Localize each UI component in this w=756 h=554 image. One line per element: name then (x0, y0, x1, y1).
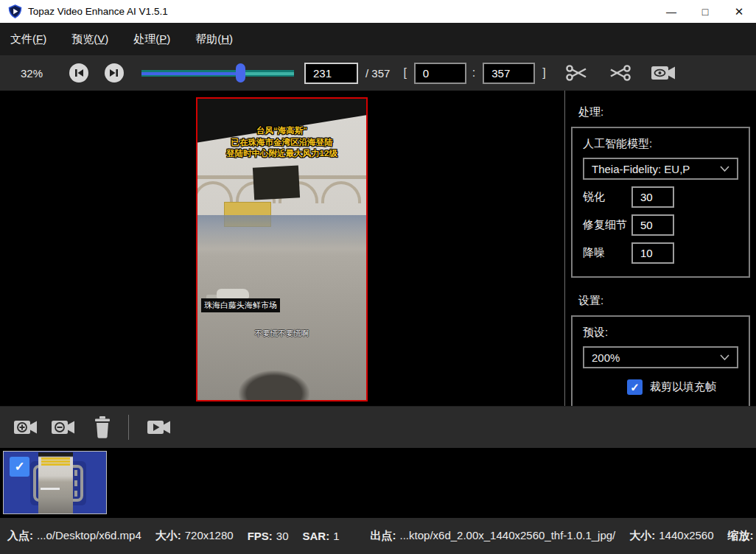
chevron-down-icon (720, 354, 729, 360)
scissors-join-icon (608, 62, 631, 84)
output-path: 出点:...ktop/x6d_2.00x_1440x2560_thf-1.0.1… (371, 529, 616, 543)
crop-to-fill-label: 裁剪以填充帧 (650, 380, 716, 394)
preset-label: 预设: (583, 326, 738, 340)
ai-model-value: Theia-Fidelity: EU,P (592, 163, 720, 175)
video-subtitle: 不要慌不要慌啊 (197, 329, 366, 339)
preview-button[interactable] (651, 63, 676, 83)
thumbnail-strip: ✓ (0, 448, 756, 518)
window-title: Topaz Video Enhance AI V1.5.1 (28, 6, 168, 17)
input-sar: SAR:1 (303, 530, 340, 542)
trim-restore-button[interactable] (608, 62, 631, 84)
skip-end-icon (105, 63, 124, 83)
menu-help[interactable]: 帮助(H) (195, 32, 233, 46)
settings-groupbox: 预设: 200% ✓ 裁剪以填充帧 (571, 315, 750, 410)
status-bar: 入点:...o/Desktop/x6d.mp4 大小:720x1280 FPS:… (0, 518, 756, 554)
detail-input[interactable] (631, 214, 674, 236)
ai-model-label: 人工智能模型: (583, 137, 738, 151)
slider-handle[interactable] (236, 63, 245, 83)
denoise-input[interactable] (631, 242, 674, 264)
crop-to-fill-row: ✓ 裁剪以填充帧 (627, 379, 738, 395)
chevron-down-icon (720, 166, 729, 172)
range-end-input[interactable] (483, 63, 535, 84)
camera-minus-icon (51, 418, 75, 437)
menu-bar: 文件(F) 预览(V) 处理(P) 帮助(H) (0, 23, 756, 55)
scissors-cut-icon (565, 62, 589, 84)
detail-label: 修复细节 (583, 218, 631, 232)
close-button[interactable]: ✕ (722, 0, 756, 23)
toolbar-separator (128, 415, 129, 440)
input-path: 入点:...o/Desktop/x6d.mp4 (7, 529, 141, 543)
sharpen-row: 锐化 (583, 186, 738, 208)
playback-toolbar: 32% / 357 [ : ] (0, 55, 756, 91)
output-scale: 缩放:200% (728, 529, 756, 543)
preset-dropdown[interactable]: 200% (583, 346, 738, 368)
range-separator: : (472, 66, 475, 80)
zoom-percent-label: 32% (21, 67, 55, 80)
ai-model-dropdown[interactable]: Theia-Fidelity: EU,P (583, 158, 738, 180)
camera-plus-icon (13, 418, 38, 437)
minimize-button[interactable]: — (654, 0, 688, 23)
menu-file[interactable]: 文件(F) (10, 32, 46, 46)
thumbnail-video-frame (38, 452, 73, 514)
delete-clip-button[interactable] (93, 416, 112, 438)
video-flooded-car (217, 289, 249, 298)
denoise-label: 降噪 (583, 246, 631, 260)
sharpen-input[interactable] (631, 186, 674, 208)
video-speaker (253, 165, 300, 200)
add-video-button[interactable] (13, 418, 38, 437)
total-frames-label: / 357 (365, 67, 390, 80)
skip-start-icon (69, 63, 88, 83)
process-video-button[interactable] (147, 418, 171, 437)
video-location-caption: 珠海白藤头海鲜市场 (201, 298, 280, 312)
settings-panel: 处理: 人工智能模型: Theia-Fidelity: EU,P 锐化 修复细节 (565, 91, 756, 406)
sharpen-label: 锐化 (583, 190, 631, 204)
thumbnail-title-lines (41, 457, 70, 460)
detail-row: 修复细节 (583, 214, 738, 236)
skip-to-start-button[interactable] (69, 63, 88, 83)
video-debris (239, 371, 309, 402)
clip-toolbar (0, 406, 756, 448)
denoise-row: 降噪 (583, 242, 738, 264)
app-window: Topaz Video Enhance AI V1.5.1 — □ ✕ 文件(F… (0, 0, 756, 554)
settings-heading: 设置: (578, 294, 756, 308)
crop-to-fill-checkbox[interactable]: ✓ (627, 379, 643, 395)
processing-groupbox: 人工智能模型: Theia-Fidelity: EU,P 锐化 修复细节 降噪 (571, 127, 750, 278)
skip-to-end-button[interactable] (105, 63, 124, 83)
video-wall (197, 215, 366, 249)
input-size: 大小:720x1280 (155, 529, 234, 543)
thumbnail-caption-line (41, 488, 60, 490)
app-logo-icon (8, 4, 22, 18)
range-start-input[interactable] (414, 63, 466, 84)
menu-process[interactable]: 处理(P) (133, 32, 170, 46)
camera-play-icon (147, 418, 171, 437)
maximize-button[interactable]: □ (688, 0, 722, 23)
main-area: 台风“海高斯” 已在珠海市金湾区沿海登陆 登陆时中心附近最大风力12级 珠海白藤… (0, 91, 756, 406)
input-fps: FPS:30 (248, 530, 289, 542)
title-bar: Topaz Video Enhance AI V1.5.1 — □ ✕ (0, 0, 756, 23)
output-size: 大小:1440x2560 (629, 529, 713, 543)
trash-icon (93, 416, 112, 438)
timeline-slider[interactable] (141, 63, 294, 83)
video-overlay-title: 台风“海高斯” 已在珠海市金湾区沿海登陆 登陆时中心附近最大风力12级 (197, 125, 366, 160)
trim-cut-button[interactable] (565, 62, 589, 84)
menu-preview[interactable]: 预览(V) (71, 32, 108, 46)
remove-video-button[interactable] (51, 418, 75, 437)
preset-value: 200% (592, 351, 720, 364)
camera-eye-icon (651, 63, 676, 83)
clip-thumbnail[interactable]: ✓ (3, 451, 107, 514)
range-close-bracket: ] (542, 66, 545, 80)
clip-selected-checkbox[interactable]: ✓ (10, 457, 29, 477)
processing-heading: 处理: (578, 105, 756, 119)
video-preview[interactable]: 台风“海高斯” 已在珠海市金湾区沿海登陆 登陆时中心附近最大风力12级 珠海白藤… (196, 97, 368, 402)
slider-remaining (244, 72, 294, 75)
current-frame-input[interactable] (304, 63, 358, 84)
window-controls: — □ ✕ (654, 0, 756, 23)
slider-progress (141, 72, 240, 75)
range-open-bracket: [ (403, 66, 406, 80)
